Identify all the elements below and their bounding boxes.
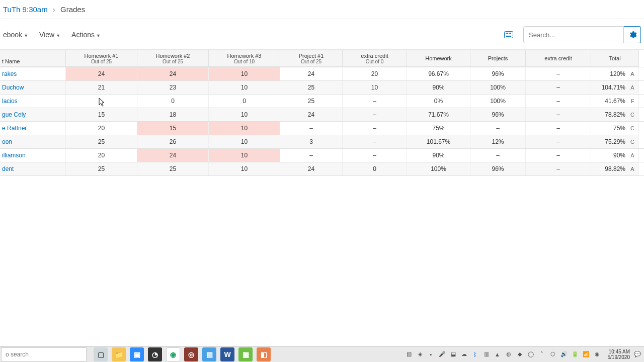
wifi-icon[interactable]: 📶 <box>583 351 590 358</box>
col-header-hw2[interactable]: Homework #2Out of 25 <box>137 50 209 67</box>
grade-cell[interactable]: 18 <box>137 108 209 121</box>
taskbar-search[interactable]: o search <box>1 347 87 361</box>
col-header-eccat[interactable]: extra credit <box>526 50 591 67</box>
student-name-link[interactable]: illiamson <box>0 149 66 162</box>
settings-button[interactable] <box>624 26 641 43</box>
grade-cell[interactable]: 21 <box>66 81 137 94</box>
grade-cell[interactable]: 25 <box>66 162 137 175</box>
grade-cell[interactable]: 10 <box>209 122 280 135</box>
battery-icon[interactable]: 🔋 <box>572 351 579 358</box>
student-name-link[interactable]: oon <box>0 135 66 148</box>
grade-cell[interactable]: 20 <box>66 149 137 162</box>
grade-cell[interactable]: 24 <box>66 67 137 80</box>
grade-cell[interactable]: 10 <box>209 135 280 148</box>
word-icon[interactable]: W <box>220 347 234 361</box>
grade-cell[interactable]: 23 <box>137 81 209 94</box>
notifications-icon[interactable]: 💬 <box>634 351 641 358</box>
chrome-icon[interactable]: ◉ <box>166 347 180 361</box>
grade-cell[interactable]: 25 <box>137 162 209 175</box>
grade-cell[interactable]: 25 <box>66 135 137 148</box>
grade-cell[interactable]: 26 <box>137 135 209 148</box>
tray-icon[interactable]: ◯ <box>527 351 534 358</box>
breadcrumb-page: Grades <box>60 5 85 14</box>
grade-cell[interactable]: 10 <box>209 108 280 121</box>
dropbox-icon[interactable]: ⬓ <box>450 351 457 358</box>
grade-cell[interactable]: 10 <box>209 81 280 94</box>
bluetooth-icon[interactable]: ᛒ <box>472 351 479 358</box>
location-icon[interactable]: ◉ <box>594 351 601 358</box>
tray-icon[interactable]: ⬡ <box>549 351 556 358</box>
tray-icon[interactable]: ▲ <box>494 351 501 358</box>
grade-cell[interactable]: – <box>280 149 343 162</box>
onedrive-icon[interactable]: ☁ <box>461 351 468 358</box>
microphone-icon[interactable]: 🎤 <box>439 351 446 358</box>
grade-cell[interactable]: 24 <box>280 162 343 175</box>
grade-cell[interactable]: 0 <box>137 95 209 108</box>
grade-cell[interactable]: 10 <box>209 162 280 175</box>
col-header-hwcat[interactable]: Homework <box>407 50 470 67</box>
grade-cell[interactable]: – <box>66 95 137 108</box>
student-name-link[interactable]: dent <box>0 162 66 175</box>
col-header-total[interactable]: Total <box>591 50 639 67</box>
zoom-icon[interactable]: ▣ <box>130 347 144 361</box>
grade-cell[interactable]: 10 <box>209 67 280 80</box>
app-icon[interactable]: ▤ <box>202 347 216 361</box>
grade-cell[interactable]: 15 <box>66 108 137 121</box>
student-name-link[interactable]: e Rattner <box>0 122 66 135</box>
grade-cell[interactable]: 0 <box>209 95 280 108</box>
grade-cell[interactable]: 25 <box>280 95 343 108</box>
grade-cell[interactable]: 24 <box>137 149 209 162</box>
grade-cell[interactable]: – <box>343 95 407 108</box>
grade-cell[interactable]: 10 <box>209 149 280 162</box>
col-header-name[interactable]: t Name <box>0 50 66 67</box>
grade-cell[interactable]: 3 <box>280 135 343 148</box>
explorer-icon[interactable]: 📁 <box>112 347 126 361</box>
col-header-ec[interactable]: extra creditOut of 0 <box>343 50 407 67</box>
category-cell: 75% <box>407 122 470 135</box>
grade-cell[interactable]: 15 <box>137 122 209 135</box>
grade-cell[interactable]: 10 <box>343 81 407 94</box>
grade-cell[interactable]: 20 <box>343 67 407 80</box>
tray-icon[interactable]: ◍ <box>505 351 512 358</box>
grade-cell[interactable]: – <box>280 122 343 135</box>
tray-icon[interactable]: ◈ <box>417 351 424 358</box>
student-name-link[interactable]: gue Cely <box>0 108 66 121</box>
col-header-hw1[interactable]: Homework #1Out of 25 <box>66 50 137 67</box>
student-name-link[interactable]: lacios <box>0 95 66 108</box>
app-icon[interactable]: ◎ <box>184 347 198 361</box>
grade-cell[interactable]: 24 <box>137 67 209 80</box>
col-header-projcat[interactable]: Projects <box>470 50 526 67</box>
gradebook-menu[interactable]: ebook▼ <box>3 31 28 39</box>
app-icon[interactable]: ◧ <box>257 347 271 361</box>
breadcrumb-course[interactable]: TuTh 9:30am <box>3 5 48 14</box>
taskview-icon[interactable]: ▢ <box>94 347 108 361</box>
taskbar-apps: ▢ 📁 ▣ ◔ ◉ ◎ ▤ W ▦ ◧ <box>94 347 271 361</box>
grade-cell[interactable]: 20 <box>66 122 137 135</box>
volume-icon[interactable]: 🔊 <box>560 351 568 358</box>
actions-menu[interactable]: Actions▼ <box>71 31 101 39</box>
tray-icon[interactable]: ◆ <box>516 351 523 358</box>
grade-cell[interactable]: 25 <box>280 81 343 94</box>
app-icon[interactable]: ▦ <box>238 347 253 361</box>
grade-cell[interactable]: – <box>343 122 407 135</box>
chevron-up-icon[interactable]: ˄ <box>538 351 545 358</box>
grade-cell[interactable]: – <box>343 108 407 121</box>
category-cell: 100% <box>470 81 526 94</box>
student-name-link[interactable]: rakes <box>0 67 66 80</box>
grade-cell[interactable]: 24 <box>280 108 343 121</box>
view-menu[interactable]: View▼ <box>39 31 60 39</box>
grade-cell[interactable]: – <box>343 135 407 148</box>
photos-icon[interactable]: ◔ <box>148 347 162 361</box>
keyboard-shortcuts-icon[interactable] <box>503 29 514 40</box>
tray-icon[interactable]: ▧ <box>406 351 413 358</box>
col-header-proj1[interactable]: Project #1Out of 25 <box>280 50 343 67</box>
grade-cell[interactable]: – <box>343 149 407 162</box>
col-header-hw3[interactable]: Homework #3Out of 10 <box>209 50 280 67</box>
tray-icon[interactable]: ▪ <box>428 351 435 358</box>
taskbar-clock[interactable]: 10:45 AM 5/19/2020 <box>608 349 630 360</box>
student-name-link[interactable]: Duchow <box>0 81 66 94</box>
grade-cell[interactable]: 0 <box>343 162 407 175</box>
grade-cell[interactable]: 24 <box>280 67 343 80</box>
tray-icon[interactable]: ▥ <box>483 351 490 358</box>
search-input[interactable] <box>523 26 624 43</box>
